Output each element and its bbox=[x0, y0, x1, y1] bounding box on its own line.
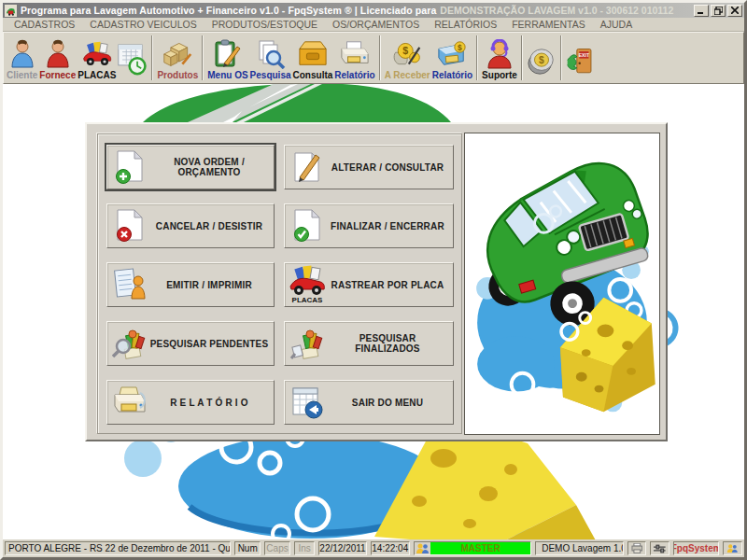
menu-bar: CADASTROS CADASTRO VEICULOS PRODUTOS/EST… bbox=[3, 18, 744, 32]
toolbar-placas-button[interactable]: PLACAS bbox=[77, 34, 117, 82]
window-license: DEMONSTRAÇÃO LAVAGEM v1.0 - 300612 01011… bbox=[440, 5, 673, 16]
toolbar-pesquisa-button[interactable]: Pesquisa bbox=[249, 34, 292, 82]
product-boxes-icon bbox=[162, 39, 192, 69]
money-coins-pen-icon: $ bbox=[392, 39, 422, 69]
restore-button[interactable] bbox=[711, 5, 726, 17]
toolbar-exit-button[interactable]: EXIT bbox=[565, 34, 597, 82]
car-plates-icon bbox=[82, 39, 112, 69]
toolbar-separator bbox=[202, 35, 204, 80]
svg-text:PLACAS: PLACAS bbox=[292, 296, 324, 304]
status-caps-lock: Caps bbox=[264, 541, 290, 555]
printer-icon bbox=[112, 385, 148, 419]
edit-document-icon bbox=[291, 149, 323, 185]
cancelar-desistir-label: CANCELAR / DESISTIR bbox=[148, 221, 270, 231]
menu-ajuda[interactable]: AJUDA bbox=[593, 19, 640, 30]
toolbar-separator bbox=[476, 35, 478, 80]
toolbar-a-receber-label: A Receber bbox=[385, 70, 430, 80]
nova-ordem-label: NOVA ORDEM / ORÇAMENTO bbox=[148, 157, 270, 177]
toolbar-coin-button[interactable]: $ bbox=[526, 34, 557, 82]
toolbar-consulta-button[interactable]: Consulta bbox=[292, 34, 334, 82]
toolbar-cliente-label: Cliente bbox=[7, 70, 37, 80]
status-settings-button[interactable] bbox=[650, 541, 669, 555]
main-menu-dialog: NOVA ORDEM / ORÇAMENTO ALTERAR / CONSULT… bbox=[85, 122, 668, 441]
toolbar-fornece-label: Fornece bbox=[39, 70, 76, 80]
alterar-consultar-button[interactable]: ALTERAR / CONSULTAR bbox=[284, 145, 454, 189]
magnifier-items-icon bbox=[289, 326, 325, 361]
sliders-icon bbox=[654, 544, 666, 553]
toolbar-fornece-button[interactable]: Fornece bbox=[38, 34, 77, 82]
file-drawer-icon bbox=[298, 39, 328, 69]
rastrear-por-placa-button[interactable]: PLACAS RASTREAR POR PLACA bbox=[284, 262, 454, 307]
toolbar-relatorio2-button[interactable]: $ Relatório bbox=[431, 34, 473, 82]
relatorio-menu-button[interactable]: R E L A T Ó R I O bbox=[106, 380, 275, 425]
toolbar-separator bbox=[560, 35, 562, 80]
car-plates-icon: PLACAS bbox=[289, 265, 326, 304]
calendar-clock-icon bbox=[118, 41, 148, 78]
toolbar-menu-os-label: Menu OS bbox=[207, 70, 247, 80]
toolbar-suporte-button[interactable]: Suporte bbox=[481, 34, 518, 82]
menu-os-orcamentos[interactable]: OS/ORÇAMENTOS bbox=[325, 19, 427, 30]
toolbar-relatorio2-label: Relatório bbox=[432, 70, 472, 80]
title-bar: Programa para Lavagem Automotivo + Finan… bbox=[3, 3, 744, 18]
toolbar-menu-os-button[interactable]: Menu OS bbox=[206, 34, 248, 82]
status-app-version: DEMO Lavagem 1.0 bbox=[535, 541, 624, 555]
svg-text:EXIT: EXIT bbox=[579, 52, 590, 58]
emitir-imprimir-button[interactable]: EMITIR / IMPRIMIR bbox=[106, 262, 275, 307]
menu-cadastro-veiculos[interactable]: CADASTRO VEICULOS bbox=[82, 19, 204, 30]
printer-coin-icon: $ bbox=[437, 39, 467, 69]
users-icon bbox=[726, 542, 739, 554]
users-icon bbox=[416, 542, 430, 554]
pesquisar-pendentes-label: PESQUISAR PENDENTES bbox=[148, 339, 270, 349]
nova-ordem-button[interactable]: NOVA ORDEM / ORÇAMENTO bbox=[106, 145, 275, 189]
rastrear-por-placa-label: RASTREAR POR PLACA bbox=[326, 280, 449, 290]
menu-produtos-estoque[interactable]: PRODUTOS/ESTOQUE bbox=[204, 19, 325, 30]
svg-text:$: $ bbox=[402, 45, 408, 56]
menu-button-grid: NOVA ORDEM / ORÇAMENTO ALTERAR / CONSULT… bbox=[106, 145, 454, 427]
status-user-badge: MASTER bbox=[414, 541, 531, 555]
pesquisar-pendentes-button[interactable]: PESQUISAR PENDENTES bbox=[106, 321, 275, 366]
menu-cadastros[interactable]: CADASTROS bbox=[7, 19, 82, 30]
printer-small-icon bbox=[631, 543, 643, 553]
toolbar-pesquisa-label: Pesquisa bbox=[250, 70, 291, 80]
new-document-icon bbox=[114, 149, 146, 185]
status-num-lock: Num bbox=[234, 541, 261, 555]
close-button[interactable] bbox=[727, 5, 742, 17]
toolbar-relatorio-label: Relatório bbox=[334, 70, 374, 80]
pesquisar-finalizados-label: PESQUISAR FINALIZADOS bbox=[326, 333, 449, 354]
toolbar-relatorio-button[interactable]: Relatório bbox=[333, 34, 375, 82]
sair-do-menu-button[interactable]: SAIR DO MENU bbox=[284, 380, 454, 425]
pesquisar-finalizados-button[interactable]: PESQUISAR FINALIZADOS bbox=[284, 321, 454, 366]
minimize-icon bbox=[698, 7, 705, 14]
status-date: 22/12/2011 bbox=[318, 541, 366, 555]
toolbar: Cliente Fornece PLACAS bbox=[3, 32, 744, 84]
toolbar-agenda-button[interactable] bbox=[117, 34, 148, 82]
toolbar-produtos-button[interactable]: Produtos bbox=[156, 34, 199, 82]
menu-ferramentas[interactable]: FERRAMENTAS bbox=[504, 19, 593, 30]
restore-icon bbox=[714, 7, 723, 15]
svg-text:$: $ bbox=[458, 43, 463, 52]
status-user-name: MASTER bbox=[430, 542, 530, 554]
toolbar-consulta-label: Consulta bbox=[293, 70, 333, 80]
cancelar-desistir-button[interactable]: CANCELAR / DESISTIR bbox=[106, 203, 275, 248]
car-wash-image-panel bbox=[464, 133, 660, 435]
menu-relatorios[interactable]: RELATÓRIOS bbox=[427, 19, 504, 30]
printer-icon bbox=[340, 39, 370, 69]
magnifier-items-icon bbox=[112, 326, 148, 361]
finalizar-encerrar-label: FINALIZAR / ENCERRAR bbox=[326, 221, 449, 231]
minimize-button[interactable] bbox=[694, 5, 709, 17]
emitir-imprimir-label: EMITIR / IMPRIMIR bbox=[148, 280, 270, 290]
toolbar-a-receber-button[interactable]: $ A Receber bbox=[384, 34, 431, 82]
finish-document-icon bbox=[291, 208, 323, 244]
status-location: PORTO ALEGRE - RS 22 de Dezembro de 2011… bbox=[5, 541, 231, 555]
finalizar-encerrar-button[interactable]: FINALIZAR / ENCERRAR bbox=[284, 203, 454, 248]
car-wash-illustration bbox=[465, 133, 659, 434]
cancel-document-icon bbox=[114, 208, 146, 244]
alterar-consultar-label: ALTERAR / CONSULTAR bbox=[326, 162, 449, 173]
toolbar-cliente-button[interactable]: Cliente bbox=[6, 34, 38, 82]
background-hill-art bbox=[134, 83, 460, 122]
status-printer-button[interactable] bbox=[627, 541, 647, 555]
status-users-button[interactable] bbox=[723, 541, 742, 555]
sheet-person-icon bbox=[113, 267, 147, 302]
window-title: Programa para Lavagem Automotivo + Finan… bbox=[21, 5, 436, 16]
sair-do-menu-label: SAIR DO MENU bbox=[326, 398, 449, 408]
